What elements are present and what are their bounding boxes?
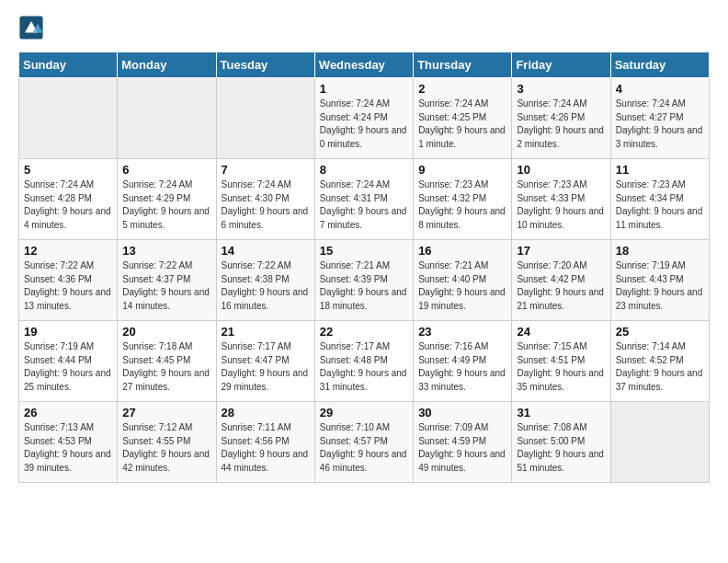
- day-number: 10: [517, 163, 605, 177]
- header-cell-saturday: Saturday: [610, 52, 709, 78]
- day-cell: 20 Sunrise: 7:18 AMSunset: 4:45 PMDaylig…: [118, 321, 216, 402]
- day-info: Sunrise: 7:22 AMSunset: 4:36 PMDaylight:…: [24, 259, 112, 313]
- day-info: Sunrise: 7:17 AMSunset: 4:48 PMDaylight:…: [320, 340, 408, 394]
- day-number: 15: [320, 244, 408, 258]
- day-cell: 13 Sunrise: 7:22 AMSunset: 4:37 PMDaylig…: [118, 240, 216, 321]
- day-info: Sunrise: 7:15 AMSunset: 4:51 PMDaylight:…: [517, 340, 605, 394]
- day-number: 16: [418, 244, 506, 258]
- day-cell: [118, 78, 216, 159]
- day-number: 30: [418, 406, 506, 419]
- day-number: 26: [24, 406, 112, 419]
- day-info: Sunrise: 7:09 AMSunset: 4:59 PMDaylight:…: [418, 421, 506, 475]
- day-info: Sunrise: 7:22 AMSunset: 4:37 PMDaylight:…: [122, 259, 210, 313]
- week-row-2: 5 Sunrise: 7:24 AMSunset: 4:28 PMDayligh…: [19, 159, 710, 240]
- day-cell: 15 Sunrise: 7:21 AMSunset: 4:39 PMDaylig…: [314, 240, 413, 321]
- day-info: Sunrise: 7:24 AMSunset: 4:26 PMDaylight:…: [517, 98, 605, 151]
- day-info: Sunrise: 7:16 AMSunset: 4:49 PMDaylight:…: [418, 340, 506, 394]
- day-cell: 21 Sunrise: 7:17 AMSunset: 4:47 PMDaylig…: [216, 321, 314, 402]
- header-cell-friday: Friday: [512, 52, 610, 78]
- day-number: 9: [418, 163, 506, 177]
- day-cell: 1 Sunrise: 7:24 AMSunset: 4:24 PMDayligh…: [314, 78, 413, 159]
- day-cell: 3 Sunrise: 7:24 AMSunset: 4:26 PMDayligh…: [512, 78, 610, 159]
- day-cell: 6 Sunrise: 7:24 AMSunset: 4:29 PMDayligh…: [118, 159, 216, 240]
- day-cell: 16 Sunrise: 7:21 AMSunset: 4:40 PMDaylig…: [414, 240, 512, 321]
- header-row: SundayMondayTuesdayWednesdayThursdayFrid…: [19, 52, 710, 78]
- day-number: 25: [616, 325, 704, 339]
- day-number: 23: [418, 325, 506, 339]
- day-info: Sunrise: 7:23 AMSunset: 4:32 PMDaylight:…: [418, 178, 506, 232]
- day-number: 22: [320, 325, 408, 339]
- day-number: 18: [616, 244, 704, 258]
- day-number: 1: [320, 82, 408, 96]
- calendar-table: SundayMondayTuesdayWednesdayThursdayFrid…: [18, 52, 710, 483]
- day-info: Sunrise: 7:10 AMSunset: 4:57 PMDaylight:…: [320, 421, 408, 475]
- day-info: Sunrise: 7:22 AMSunset: 4:38 PMDaylight:…: [222, 259, 310, 313]
- day-cell: 27 Sunrise: 7:12 AMSunset: 4:55 PMDaylig…: [118, 402, 216, 483]
- day-number: 6: [122, 163, 210, 177]
- day-cell: 29 Sunrise: 7:10 AMSunset: 4:57 PMDaylig…: [314, 402, 413, 483]
- day-info: Sunrise: 7:21 AMSunset: 4:39 PMDaylight:…: [320, 259, 408, 313]
- header-cell-monday: Monday: [118, 52, 216, 78]
- day-cell: 11 Sunrise: 7:23 AMSunset: 4:34 PMDaylig…: [610, 159, 709, 240]
- day-info: Sunrise: 7:19 AMSunset: 4:44 PMDaylight:…: [24, 340, 112, 394]
- day-cell: 25 Sunrise: 7:14 AMSunset: 4:52 PMDaylig…: [610, 321, 709, 402]
- day-number: 20: [122, 325, 210, 339]
- day-info: Sunrise: 7:19 AMSunset: 4:43 PMDaylight:…: [616, 259, 704, 313]
- day-info: Sunrise: 7:11 AMSunset: 4:56 PMDaylight:…: [222, 421, 310, 475]
- day-info: Sunrise: 7:08 AMSunset: 5:00 PMDaylight:…: [517, 421, 605, 475]
- day-number: 8: [320, 163, 408, 177]
- logo-icon: [18, 15, 44, 40]
- day-cell: [610, 402, 709, 483]
- day-number: 12: [24, 244, 112, 258]
- header-cell-sunday: Sunday: [19, 52, 118, 78]
- day-cell: 14 Sunrise: 7:22 AMSunset: 4:38 PMDaylig…: [216, 240, 314, 321]
- day-cell: 19 Sunrise: 7:19 AMSunset: 4:44 PMDaylig…: [19, 321, 118, 402]
- day-info: Sunrise: 7:24 AMSunset: 4:25 PMDaylight:…: [418, 98, 506, 151]
- day-cell: 17 Sunrise: 7:20 AMSunset: 4:42 PMDaylig…: [512, 240, 610, 321]
- page-header: [18, 15, 710, 40]
- day-cell: 2 Sunrise: 7:24 AMSunset: 4:25 PMDayligh…: [414, 78, 512, 159]
- day-info: Sunrise: 7:24 AMSunset: 4:27 PMDaylight:…: [616, 98, 704, 151]
- day-info: Sunrise: 7:12 AMSunset: 4:55 PMDaylight:…: [122, 421, 210, 475]
- day-cell: 12 Sunrise: 7:22 AMSunset: 4:36 PMDaylig…: [19, 240, 118, 321]
- calendar-body: 1 Sunrise: 7:24 AMSunset: 4:24 PMDayligh…: [19, 78, 710, 483]
- day-number: 19: [24, 325, 112, 339]
- day-cell: 10 Sunrise: 7:23 AMSunset: 4:33 PMDaylig…: [512, 159, 610, 240]
- day-info: Sunrise: 7:24 AMSunset: 4:24 PMDaylight:…: [320, 98, 408, 151]
- week-row-5: 26 Sunrise: 7:13 AMSunset: 4:53 PMDaylig…: [19, 402, 710, 483]
- day-cell: 30 Sunrise: 7:09 AMSunset: 4:59 PMDaylig…: [414, 402, 512, 483]
- header-cell-thursday: Thursday: [414, 52, 512, 78]
- day-number: 29: [320, 406, 408, 419]
- day-info: Sunrise: 7:24 AMSunset: 4:28 PMDaylight:…: [24, 178, 112, 232]
- day-number: 5: [24, 163, 112, 177]
- day-number: 31: [517, 406, 605, 419]
- day-number: 28: [222, 406, 310, 419]
- week-row-1: 1 Sunrise: 7:24 AMSunset: 4:24 PMDayligh…: [19, 78, 710, 159]
- day-info: Sunrise: 7:21 AMSunset: 4:40 PMDaylight:…: [418, 259, 506, 313]
- day-cell: 28 Sunrise: 7:11 AMSunset: 4:56 PMDaylig…: [216, 402, 314, 483]
- day-info: Sunrise: 7:24 AMSunset: 4:30 PMDaylight:…: [222, 178, 310, 232]
- day-cell: 4 Sunrise: 7:24 AMSunset: 4:27 PMDayligh…: [610, 78, 709, 159]
- day-info: Sunrise: 7:14 AMSunset: 4:52 PMDaylight:…: [616, 340, 704, 394]
- day-number: 21: [222, 325, 310, 339]
- day-number: 17: [517, 244, 605, 258]
- day-cell: 18 Sunrise: 7:19 AMSunset: 4:43 PMDaylig…: [610, 240, 709, 321]
- day-info: Sunrise: 7:23 AMSunset: 4:33 PMDaylight:…: [517, 178, 605, 232]
- day-cell: 26 Sunrise: 7:13 AMSunset: 4:53 PMDaylig…: [19, 402, 118, 483]
- day-info: Sunrise: 7:24 AMSunset: 4:29 PMDaylight:…: [122, 178, 210, 232]
- day-number: 3: [517, 82, 605, 96]
- calendar-header: SundayMondayTuesdayWednesdayThursdayFrid…: [19, 52, 710, 78]
- header-cell-tuesday: Tuesday: [216, 52, 314, 78]
- day-info: Sunrise: 7:17 AMSunset: 4:47 PMDaylight:…: [222, 340, 310, 394]
- day-cell: 5 Sunrise: 7:24 AMSunset: 4:28 PMDayligh…: [19, 159, 118, 240]
- logo: [18, 15, 48, 40]
- day-cell: 31 Sunrise: 7:08 AMSunset: 5:00 PMDaylig…: [512, 402, 610, 483]
- day-cell: [216, 78, 314, 159]
- day-info: Sunrise: 7:23 AMSunset: 4:34 PMDaylight:…: [616, 178, 704, 232]
- day-cell: 24 Sunrise: 7:15 AMSunset: 4:51 PMDaylig…: [512, 321, 610, 402]
- day-info: Sunrise: 7:18 AMSunset: 4:45 PMDaylight:…: [122, 340, 210, 394]
- week-row-3: 12 Sunrise: 7:22 AMSunset: 4:36 PMDaylig…: [19, 240, 710, 321]
- day-number: 27: [122, 406, 210, 419]
- day-info: Sunrise: 7:13 AMSunset: 4:53 PMDaylight:…: [24, 421, 112, 475]
- day-number: 4: [616, 82, 704, 96]
